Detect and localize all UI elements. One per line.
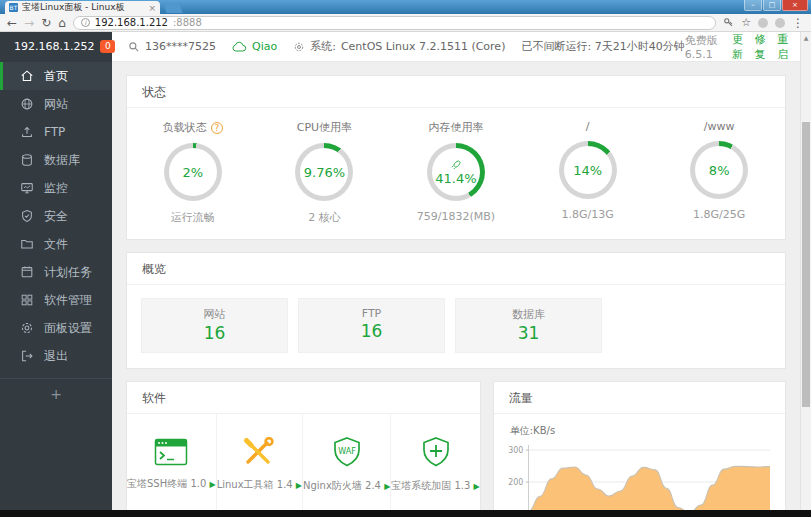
overview-panel-title: 概览 (127, 253, 785, 285)
traffic-unit-label: 单位:KB/s (504, 420, 775, 440)
search-icon (128, 41, 140, 53)
folder-icon (20, 237, 34, 251)
forward-button[interactable]: → (24, 15, 34, 31)
user-qiao[interactable]: Qiao (232, 40, 277, 53)
passwords-key-icon[interactable] (723, 17, 734, 28)
system-value: CentOS Linux 7.2.1511 (Core) (341, 40, 506, 53)
shield-check-icon (20, 209, 34, 223)
svg-text:200: 200 (508, 476, 523, 487)
user-name: Qiao (252, 40, 277, 53)
reload-button[interactable]: ↻ (41, 15, 51, 31)
repair-link[interactable]: 修复 (755, 32, 768, 62)
browser-titlebar: BT 宝塔Linux面板 - Linux板 × – □ × (0, 0, 811, 14)
gauge-memory[interactable]: 内存使用率 41.4% 759/1832(MB) (390, 120, 522, 225)
sidebar-item-cron[interactable]: 计划任务 (0, 258, 112, 286)
address-bar[interactable]: i 192.168.1.212 :8888 (73, 16, 716, 30)
browser-tab[interactable]: BT 宝塔Linux面板 - Linux板 × (5, 1, 160, 14)
cpu-donut: 9.76% (295, 143, 353, 201)
taskbar-strip (0, 510, 811, 517)
shield-plus-icon (420, 436, 452, 468)
close-button[interactable]: × (782, 0, 808, 11)
extension-icon[interactable] (758, 18, 768, 28)
extension-icon[interactable] (775, 18, 785, 28)
gauge-disk-www[interactable]: /www 8% 1.8G/25G (653, 120, 785, 225)
sidebar-item-home[interactable]: 首页 (0, 62, 112, 90)
sidebar-add-button[interactable]: + (0, 379, 112, 402)
launch-arrow-icon: ▶ (384, 482, 390, 491)
load-donut: 2% (164, 143, 222, 201)
disk-root-donut: 14% (559, 141, 617, 199)
version-label: 免费版 6.5.1 (685, 33, 722, 61)
update-link[interactable]: 更新 (732, 32, 745, 62)
sidebar: 首页 网站 FTP 数据库 (0, 62, 112, 510)
calendar-icon (20, 265, 34, 279)
account-phone[interactable]: 136****7525 (128, 40, 216, 53)
sidebar-item-database[interactable]: 数据库 (0, 146, 112, 174)
page-info-icon[interactable]: i (81, 18, 90, 27)
overview-panel: 概览 网站 16 FTP 16 数据库 31 (126, 252, 786, 369)
system-info: 系统: CentOS Linux 7.2.1511 (Core) (293, 39, 505, 54)
home-icon (20, 69, 34, 83)
overview-card-sites[interactable]: 网站 16 (141, 298, 288, 353)
apps-grid-icon (20, 293, 34, 307)
monitor-chart-icon (20, 181, 34, 195)
new-tab-button[interactable] (163, 3, 182, 13)
sidebar-item-software[interactable]: 软件管理 (0, 286, 112, 314)
rocket-icon[interactable] (450, 159, 462, 171)
upload-icon (20, 125, 34, 139)
cloud-icon (232, 41, 247, 52)
bookmark-star-icon[interactable]: ☆ (741, 15, 751, 31)
database-icon (20, 153, 34, 167)
tab-title: 宝塔Linux面板 - Linux板 (22, 1, 144, 14)
software-item-linux-toolbox[interactable]: Linux工具箱 1.4 ▶ (217, 414, 303, 510)
message-badge[interactable]: 0 (100, 40, 115, 53)
gauge-cpu[interactable]: CPU使用率 9.76% 2 核心 (259, 120, 391, 225)
sidebar-item-monitor[interactable]: 监控 (0, 174, 112, 202)
software-grid: 宝塔SSH终端 1.0 ▶ Linux工具箱 1.4 ▶ (127, 414, 480, 510)
disk-www-donut: 8% (690, 141, 748, 199)
restart-link[interactable]: 重启 (777, 32, 790, 62)
gauge-disk-root[interactable]: / 14% 1.8G/13G (522, 120, 654, 225)
launch-arrow-icon: ▶ (474, 482, 480, 491)
tools-icon (243, 437, 275, 467)
globe-icon (20, 97, 34, 111)
back-button[interactable]: ← (7, 15, 17, 31)
sidebar-item-sites[interactable]: 网站 (0, 90, 112, 118)
scrollbar-up-icon[interactable]: ▲ (801, 32, 811, 44)
software-panel-title: 软件 (127, 382, 480, 414)
overview-card-database[interactable]: 数据库 31 (455, 298, 602, 353)
software-panel: 软件 宝塔SSH终端 1.0 ▶ (126, 381, 481, 510)
software-item-ssh-terminal[interactable]: 宝塔SSH终端 1.0 ▶ (127, 414, 217, 510)
minimize-button[interactable]: – (744, 0, 762, 11)
page-scrollbar[interactable]: ▲ (800, 32, 811, 510)
waf-shield-icon: WAF (331, 436, 363, 468)
home-button[interactable]: ⌂ (58, 15, 66, 31)
system-label: 系统: (310, 39, 336, 54)
sidebar-item-files[interactable]: 文件 (0, 230, 112, 258)
scrollbar-thumb[interactable] (802, 122, 810, 407)
url-port: :8888 (173, 17, 202, 28)
phone-label: 136****7525 (145, 40, 216, 53)
help-icon[interactable]: ? (211, 122, 223, 134)
sidebar-item-security[interactable]: 安全 (0, 202, 112, 230)
traffic-body: 单位:KB/s 300200100 (494, 414, 785, 510)
server-ip-block[interactable]: 192.168.1.252 0 (0, 32, 112, 62)
traffic-panel-title: 流量 (494, 382, 785, 414)
sidebar-item-settings[interactable]: 面板设置 (0, 314, 112, 342)
uptime: 已不间断运行: 7天21小时40分钟 (521, 39, 684, 54)
overview-cards: 网站 16 FTP 16 数据库 31 (127, 285, 785, 368)
gear-icon (293, 41, 305, 53)
browser-toolbar: ← → ↻ ⌂ i 192.168.1.212 :8888 ☆ ⋮ (0, 14, 811, 32)
tab-close-icon[interactable]: × (148, 3, 156, 13)
maximize-button[interactable]: □ (763, 0, 781, 11)
svg-text:WAF: WAF (338, 447, 356, 456)
software-item-system-hardening[interactable]: 宝塔系统加固 1.3 ▶ (391, 414, 479, 510)
overview-card-ftp[interactable]: FTP 16 (298, 298, 445, 353)
browser-menu-icon[interactable]: ⋮ (792, 15, 804, 31)
traffic-chart: 300200100 (504, 440, 775, 510)
sidebar-item-logout[interactable]: 退出 (0, 342, 112, 370)
status-panel-title: 状态 (127, 76, 785, 108)
sidebar-item-ftp[interactable]: FTP (0, 118, 112, 146)
gauge-load[interactable]: 负载状态 ? 2% 运行流畅 (127, 120, 259, 225)
software-item-nginx-waf[interactable]: WAF Nginx防火墙 2.4 ▶ (303, 414, 391, 510)
